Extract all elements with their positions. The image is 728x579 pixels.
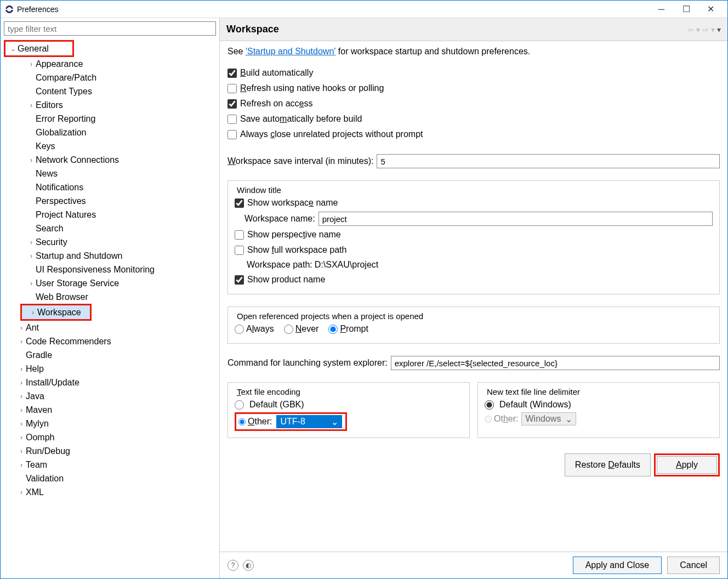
check-show-full-path[interactable]: Show full workspace path xyxy=(235,242,713,258)
titlebar: Preferences ─ ☐ ✕ xyxy=(1,1,727,18)
explorer-input[interactable] xyxy=(391,356,720,370)
check-show-ws-name[interactable]: Show workspace name xyxy=(235,195,713,211)
tree-error-reporting[interactable]: Error Reporting xyxy=(4,112,216,126)
encoding-fieldset: Text file encoding Default (GBK) Other: … xyxy=(228,382,470,438)
window-title-fieldset: Window title Show workspace name Workspa… xyxy=(228,180,720,294)
apply-close-button[interactable]: Apply and Close xyxy=(573,557,662,574)
tree-keys[interactable]: Keys xyxy=(4,139,216,153)
tree-search[interactable]: Search xyxy=(4,222,216,235)
tree-startup[interactable]: ›Startup and Shutdown xyxy=(4,249,216,263)
tree-code-rec[interactable]: ›Code Recommenders xyxy=(4,334,216,348)
open-ref-fieldset: Open referenced projects when a project … xyxy=(228,306,720,344)
filter-input[interactable] xyxy=(4,21,216,36)
tree-web-browser[interactable]: Web Browser xyxy=(4,290,216,304)
export-icon[interactable]: ◐ xyxy=(243,560,254,571)
preference-tree[interactable]: ⌄General ›Appearance Compare/Patch Conte… xyxy=(4,36,216,575)
apply-button[interactable]: Apply xyxy=(657,456,717,474)
tree-pane: ⌄General ›Appearance Compare/Patch Conte… xyxy=(1,18,220,578)
tree-project-natures[interactable]: Project Natures xyxy=(4,208,216,222)
startup-link[interactable]: 'Startup and Shutdown' xyxy=(246,47,335,56)
tree-maven[interactable]: ›Maven xyxy=(4,403,216,417)
tree-globalization[interactable]: Globalization xyxy=(4,126,216,139)
radio-enc-default[interactable]: Default (GBK) xyxy=(235,400,304,410)
check-build-auto[interactable]: BBuild automaticallyuild automatically xyxy=(228,65,720,81)
tree-workspace[interactable]: ›Workspace xyxy=(22,305,90,319)
footer: ? ◐ Apply and Close Cancel xyxy=(220,552,727,578)
settings-pane: Workspace ⇦ ▾ ⇨ ▾ ▾ See 'Startup and Shu… xyxy=(220,18,727,578)
tree-xml[interactable]: ›XML xyxy=(4,485,216,499)
radio-never[interactable]: Never xyxy=(284,324,319,334)
tree-help[interactable]: ›Help xyxy=(4,362,216,376)
tree-editors[interactable]: ›Editors xyxy=(4,98,216,112)
tree-run-debug[interactable]: ›Run/Debug xyxy=(4,444,216,458)
workspace-name-input[interactable] xyxy=(318,212,713,226)
restore-defaults-button[interactable]: Restore Defaults xyxy=(565,453,651,476)
svg-rect-2 xyxy=(5,9,13,10)
window-title: Preferences xyxy=(17,5,649,14)
tree-validation[interactable]: Validation xyxy=(4,472,216,485)
tree-network[interactable]: ›Network Connections xyxy=(4,153,216,167)
radio-delim-default[interactable]: Default (Windows) xyxy=(485,400,571,410)
tree-appearance[interactable]: ›Appearance xyxy=(4,57,216,71)
header-bar: Workspace ⇦ ▾ ⇨ ▾ ▾ xyxy=(220,18,727,41)
radio-always[interactable]: Always xyxy=(235,324,274,334)
help-icon[interactable]: ? xyxy=(228,560,238,571)
tree-notifications[interactable]: Notifications xyxy=(4,180,216,194)
tree-gradle[interactable]: Gradle xyxy=(4,348,216,362)
tree-mylyn[interactable]: ›Mylyn xyxy=(4,417,216,430)
tree-java[interactable]: ›Java xyxy=(4,389,216,403)
tree-compare[interactable]: Compare/Patch xyxy=(4,71,216,84)
tree-content-types[interactable]: Content Types xyxy=(4,84,216,98)
check-refresh-native[interactable]: Refresh using native hooks or polling xyxy=(228,81,720,96)
maximize-button[interactable]: ☐ xyxy=(674,2,698,17)
tree-oomph[interactable]: ›Oomph xyxy=(4,430,216,444)
explorer-row: Command for launching system explorer: xyxy=(228,356,720,370)
check-show-product[interactable]: Show product name xyxy=(235,272,713,287)
tree-news[interactable]: News xyxy=(4,167,216,180)
close-button[interactable]: ✕ xyxy=(698,2,723,17)
check-save-before-build[interactable]: Save automatically before build xyxy=(228,111,720,127)
nav-back-icon[interactable]: ⇦ ▾ xyxy=(687,25,700,34)
delimiter-combo: Windows⌄ xyxy=(521,412,576,425)
eclipse-icon xyxy=(5,5,14,14)
radio-enc-other[interactable]: Other: xyxy=(238,417,272,427)
check-refresh-access[interactable]: Refresh on access xyxy=(228,96,720,111)
radio-delim-other[interactable]: Other: xyxy=(485,414,518,424)
tree-user-storage[interactable]: ›User Storage Service xyxy=(4,276,216,290)
minimize-button[interactable]: ─ xyxy=(649,2,674,17)
tree-perspectives[interactable]: Perspectives xyxy=(4,194,216,208)
radio-prompt[interactable]: Prompt xyxy=(328,324,368,334)
tree-team[interactable]: ›Team xyxy=(4,458,216,472)
nav-forward-icon[interactable]: ⇨ ▾ xyxy=(702,25,715,34)
tree-general[interactable]: ⌄General xyxy=(5,42,72,55)
cancel-button[interactable]: Cancel xyxy=(667,557,720,574)
delimiter-fieldset: New text file line delimiter Default (Wi… xyxy=(477,382,720,438)
tree-ui-resp[interactable]: UI Responsiveness Monitoring xyxy=(4,263,216,276)
tree-security[interactable]: ›Security xyxy=(4,235,216,249)
tree-ant[interactable]: ›Ant xyxy=(4,321,216,334)
tree-install-update[interactable]: ›Install/Update xyxy=(4,376,216,389)
encoding-combo[interactable]: UTF-8⌄ xyxy=(276,415,342,428)
save-interval-input[interactable] xyxy=(377,154,720,168)
nav-menu-icon[interactable]: ▾ xyxy=(717,25,721,34)
check-close-unrelated[interactable]: Always close unrelated projects without … xyxy=(228,127,720,142)
workspace-path: Workspace path:D:\SXAU\project xyxy=(235,258,713,272)
save-interval-row: Workspace save interval (in minutes): xyxy=(228,154,720,168)
intro-text: See 'Startup and Shutdown' for workspace… xyxy=(228,47,720,56)
check-show-perspective[interactable]: Show perspective name xyxy=(235,227,713,242)
page-title: Workspace xyxy=(226,24,685,35)
